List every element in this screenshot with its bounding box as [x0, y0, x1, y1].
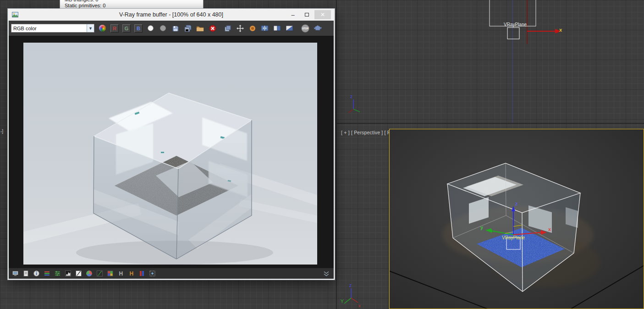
lut-grid-icon [107, 270, 114, 277]
blue-channel-button[interactable]: B [134, 24, 143, 33]
levels-button[interactable] [64, 270, 72, 277]
viewport-splitter-vertical[interactable] [336, 0, 337, 309]
selection-bracket [507, 28, 519, 39]
info-button[interactable] [33, 270, 40, 277]
crosshair-arrows-icon [237, 25, 244, 32]
viewport-top[interactable] [338, 0, 644, 123]
vfb-titlebar[interactable]: V-Ray frame buffer - [100% of 640 x 480]… [9, 9, 334, 21]
hsl-button[interactable] [43, 270, 50, 277]
channel-select[interactable]: RGB color ▼ [11, 24, 94, 33]
render-last-button[interactable] [313, 24, 322, 33]
gizmo-z-label: z [515, 201, 518, 206]
h-gray-icon: H [117, 270, 124, 277]
folder-icon [196, 25, 204, 32]
maximize-button[interactable] [301, 10, 313, 19]
alpha-channel-button[interactable] [159, 24, 167, 33]
red-x-circle-icon [209, 25, 216, 32]
red-blue-bars-icon [138, 270, 145, 277]
white-circle-icon [148, 25, 154, 31]
curve-adjust-button[interactable] [96, 270, 103, 277]
compare-horizontal-button[interactable] [260, 24, 269, 33]
green-channel-button[interactable]: G [122, 24, 131, 33]
perspective-canvas [390, 129, 644, 309]
axis-x-label-top: x [559, 27, 562, 33]
expand-panel-button[interactable] [323, 270, 330, 277]
dashed-region-icon [149, 270, 156, 277]
clear-image-button[interactable] [208, 24, 217, 33]
object-label-vrayplane-top: VRayPlane [504, 22, 527, 27]
save-all-channels-button[interactable] [183, 24, 192, 33]
follow-mouse-button[interactable] [236, 24, 244, 33]
stamp-button[interactable] [149, 270, 156, 277]
move-gizmo-x-axis[interactable] [527, 29, 561, 33]
tripod-z-label: z [350, 94, 352, 99]
save-image-button[interactable] [171, 24, 180, 33]
ab-half-icon [273, 25, 281, 32]
gray-circle-icon [160, 25, 166, 31]
vfb-image-area [9, 36, 334, 268]
ab-vertical-button[interactable] [138, 270, 145, 277]
color-sphere-icon [99, 25, 106, 32]
page-icon [22, 270, 29, 277]
orange-target-icon [249, 25, 256, 32]
svg-text:H: H [119, 270, 123, 277]
exposure-button[interactable] [54, 270, 61, 277]
pixel-info-button[interactable] [22, 270, 29, 277]
world-axis-tripod-top: z [347, 93, 364, 115]
info-icon [33, 270, 40, 277]
gizmo-x-label: x [548, 226, 551, 232]
history-compare-button[interactable]: H [127, 270, 135, 277]
world-axis-tripod-bottom: z Y x [340, 281, 362, 308]
vfb-bottom-toolbar: H H [9, 268, 334, 279]
red-channel-button[interactable]: R [110, 24, 119, 33]
desktop: VRayPlane x z [ + ] [ Perspective ] [ Re… [0, 0, 644, 309]
ab-diagonal-icon [286, 25, 293, 32]
tripod-y-label: Y [341, 299, 344, 304]
rgb-bars-icon [44, 270, 50, 277]
vfb-window-title: V-Ray frame buffer - [100% of 640 x 480] [119, 11, 223, 18]
svg-text:H: H [129, 270, 133, 277]
channel-select-value: RGB color [13, 26, 37, 31]
monitor-icon [12, 270, 19, 277]
split-compare-icon [261, 25, 269, 32]
curve-icon [75, 270, 82, 277]
compare-b-button[interactable] [285, 24, 294, 33]
history-button[interactable]: H [117, 270, 124, 277]
load-image-button[interactable] [196, 24, 204, 33]
close-button[interactable]: ✕ [314, 10, 331, 19]
gizmo-y-label: y [480, 225, 483, 230]
vray-frame-buffer-window: V-Ray frame buffer - [100% of 640 x 480]… [7, 8, 335, 280]
chevron-down-icon: ▼ [87, 24, 94, 32]
duplicate-buffer-button[interactable] [223, 24, 232, 33]
white-channel-button[interactable] [146, 24, 155, 33]
minimize-button[interactable]: – [287, 10, 299, 19]
compare-a-button[interactable] [273, 24, 281, 33]
region-render-button[interactable] [248, 24, 257, 33]
color-balance-button[interactable] [85, 270, 93, 277]
vfb-window-icon [12, 11, 18, 18]
green-curve-icon [96, 270, 103, 277]
tripod-x-label: x [358, 303, 361, 308]
color-wheel-icon [86, 270, 93, 277]
vfb-render-image[interactable] [23, 43, 317, 265]
viewport-top-canvas [338, 0, 644, 123]
histogram-icon [65, 270, 72, 277]
color-corrections-button[interactable] [98, 24, 107, 33]
display-correction-button[interactable] [11, 270, 19, 277]
tripod-z-label: z [349, 283, 352, 288]
viewport-splitter-horizontal[interactable] [337, 123, 644, 124]
h-orange-icon: H [128, 270, 135, 277]
object-label-vrayplane-perspective: VRayPlane [502, 235, 525, 240]
stop-render-button[interactable]: STOP [301, 24, 309, 33]
teapot-icon [313, 25, 322, 32]
viewport-label-fragment: -] [0, 129, 3, 134]
chevron-double-down-icon [323, 271, 330, 276]
sliders-icon [54, 270, 61, 277]
curves-button[interactable] [75, 270, 82, 277]
viewport-perspective[interactable]: z y x VRayPlane [389, 129, 644, 309]
floppy-icon [172, 25, 179, 32]
lut-button[interactable] [106, 270, 114, 277]
maximize-icon [305, 13, 309, 17]
floppy-stack-icon [184, 25, 192, 32]
vfb-toolbar: RGB color ▼ R G B [9, 21, 334, 36]
